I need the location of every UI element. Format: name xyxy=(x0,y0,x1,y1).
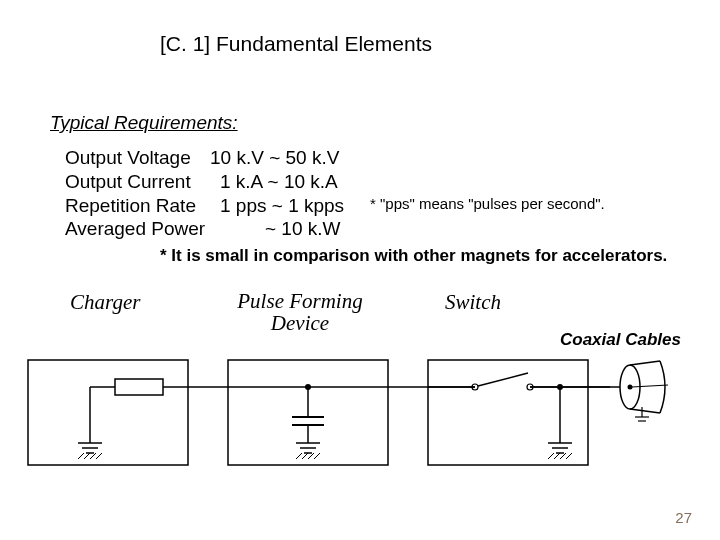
svg-line-39 xyxy=(560,453,566,459)
svg-line-12 xyxy=(96,453,102,459)
spec-value: 10 k.V ~ 50 k.V xyxy=(210,146,339,170)
svg-line-11 xyxy=(90,453,96,459)
spec-label: Output Current xyxy=(65,170,210,194)
svg-line-24 xyxy=(308,453,314,459)
requirements-list: Output Voltage 10 k.V ~ 50 k.V Output Cu… xyxy=(65,146,344,241)
page-number: 27 xyxy=(675,509,692,526)
spec-label: Averaged Power xyxy=(65,217,210,241)
svg-rect-0 xyxy=(28,360,188,465)
label-switch: Switch xyxy=(445,290,501,315)
svg-line-44 xyxy=(630,409,660,413)
svg-line-40 xyxy=(566,453,572,459)
spec-row-rate: Repetition Rate 1 pps ~ 1 kpps xyxy=(65,194,344,218)
spec-label: Repetition Rate xyxy=(65,194,210,218)
svg-rect-13 xyxy=(115,379,163,395)
svg-line-37 xyxy=(548,453,554,459)
svg-point-45 xyxy=(628,385,633,390)
spec-row-power: Averaged Power ~ 10 k.W xyxy=(65,217,344,241)
spec-row-voltage: Output Voltage 10 k.V ~ 50 k.V xyxy=(65,146,344,170)
spec-value: ~ 10 k.W xyxy=(265,217,341,241)
svg-line-10 xyxy=(84,453,90,459)
label-pulse-forming-device: Pulse Forming Device xyxy=(225,290,375,334)
page-title: [C. 1] Fundamental Elements xyxy=(160,32,432,56)
footnote-comparison: * It is small in comparison with other m… xyxy=(160,246,667,266)
svg-line-23 xyxy=(302,453,308,459)
section-subtitle: Typical Requirements: xyxy=(50,112,238,134)
svg-line-9 xyxy=(78,453,84,459)
svg-line-43 xyxy=(630,361,660,365)
spec-value: 1 pps ~ 1 kpps xyxy=(220,194,344,218)
circuit-diagram xyxy=(20,355,700,475)
svg-rect-2 xyxy=(428,360,588,465)
spec-row-current: Output Current 1 k.A ~ 10 k.A xyxy=(65,170,344,194)
svg-line-22 xyxy=(296,453,302,459)
svg-line-38 xyxy=(554,453,560,459)
footnote-pps: * "pps" means "pulses per second". xyxy=(370,195,605,212)
svg-line-25 xyxy=(314,453,320,459)
svg-rect-26 xyxy=(475,379,530,395)
spec-value: 1 k.A ~ 10 k.A xyxy=(220,170,338,194)
label-charger: Charger xyxy=(70,290,140,315)
spec-label: Output Voltage xyxy=(65,146,210,170)
label-coaxial-cables: Coaxial Cables xyxy=(560,330,681,350)
